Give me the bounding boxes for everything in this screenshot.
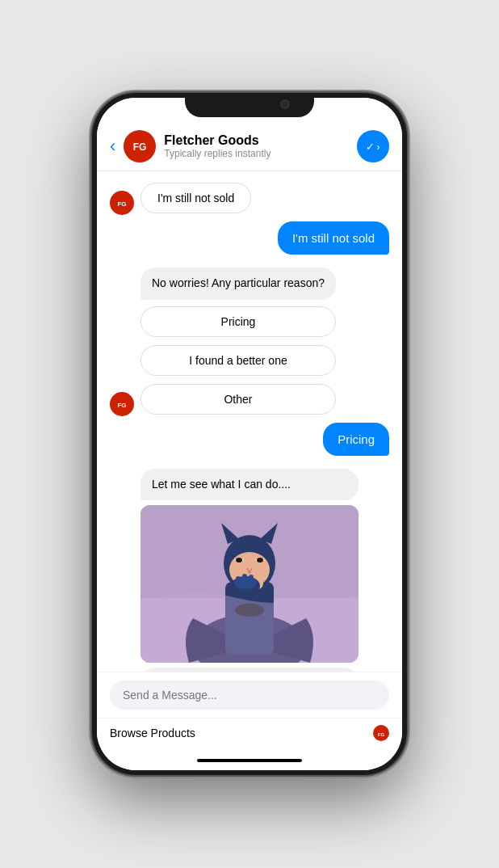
user-bubble-2: Pricing: [323, 423, 389, 456]
browse-avatar: FG: [373, 725, 389, 741]
media-row: [140, 505, 359, 663]
svg-text:FG: FG: [133, 141, 147, 153]
chat-body: FG I'm still not sold I'm still not sold: [97, 171, 402, 672]
bot-group-3: FG Let me see what I can do....: [110, 469, 389, 672]
browse-bar: Browse Products FG: [97, 718, 402, 754]
home-indicator: [197, 759, 302, 762]
bot-group-2: FG No worries! Any particular reason? Pr…: [110, 268, 389, 416]
business-avatar: FG: [124, 130, 156, 162]
camera-dot: [280, 99, 290, 109]
bot-card-container: Let me see what I can do....: [140, 469, 359, 672]
bot-bubble-3: Let me see what I can do....: [140, 469, 359, 501]
quick-reply-other[interactable]: Other: [140, 384, 336, 415]
bottom-bar: [97, 754, 402, 770]
bot-avatar-1: FG: [110, 191, 134, 215]
browse-products-label[interactable]: Browse Products: [110, 727, 195, 739]
bot-avatar-2: FG: [110, 392, 134, 416]
notch: [185, 93, 314, 117]
batman-image: [140, 505, 359, 663]
quick-reply-better[interactable]: I found a better one: [140, 345, 336, 376]
chevron-icon: ›: [376, 141, 379, 153]
back-button[interactable]: ‹: [110, 136, 115, 157]
message-input[interactable]: [110, 680, 389, 710]
user-msg-1: I'm still not sold: [110, 221, 389, 255]
chat-input-bar: [97, 672, 402, 718]
phone-frame: ‹ FG Fletcher Goods Typically replies in…: [92, 93, 407, 775]
bot-options-1: I'm still not sold: [140, 181, 251, 215]
bot-options-2: No worries! Any particular reason? Prici…: [140, 268, 336, 416]
bot-bubble-2: No worries! Any particular reason?: [140, 268, 336, 300]
svg-text:FG: FG: [378, 732, 385, 737]
svg-text:FG: FG: [117, 200, 126, 208]
header-action-button[interactable]: ✓ ›: [357, 130, 389, 162]
quick-reply-not-sold[interactable]: I'm still not sold: [140, 183, 251, 213]
svg-text:FG: FG: [117, 402, 126, 409]
phone-screen: ‹ FG Fletcher Goods Typically replies in…: [97, 98, 402, 770]
checkmark-icon: ✓: [366, 141, 375, 153]
svg-point-16: [257, 558, 263, 563]
header-info: Fletcher Goods Typically replies instant…: [164, 133, 357, 159]
user-bubble-1: I'm still not sold: [278, 221, 389, 255]
bot-group-1: FG I'm still not sold: [110, 181, 389, 215]
business-status: Typically replies instantly: [164, 148, 357, 159]
svg-point-15: [236, 558, 242, 563]
svg-rect-20: [236, 576, 241, 586]
quick-reply-pricing[interactable]: Pricing: [140, 306, 336, 337]
svg-rect-22: [249, 575, 254, 585]
svg-rect-21: [242, 574, 247, 585]
business-name: Fletcher Goods: [164, 133, 357, 148]
header-action-icons: ✓ ›: [366, 141, 379, 153]
phone-wrapper: ‹ FG Fletcher Goods Typically replies in…: [0, 0, 499, 868]
user-msg-2: Pricing: [110, 423, 389, 456]
